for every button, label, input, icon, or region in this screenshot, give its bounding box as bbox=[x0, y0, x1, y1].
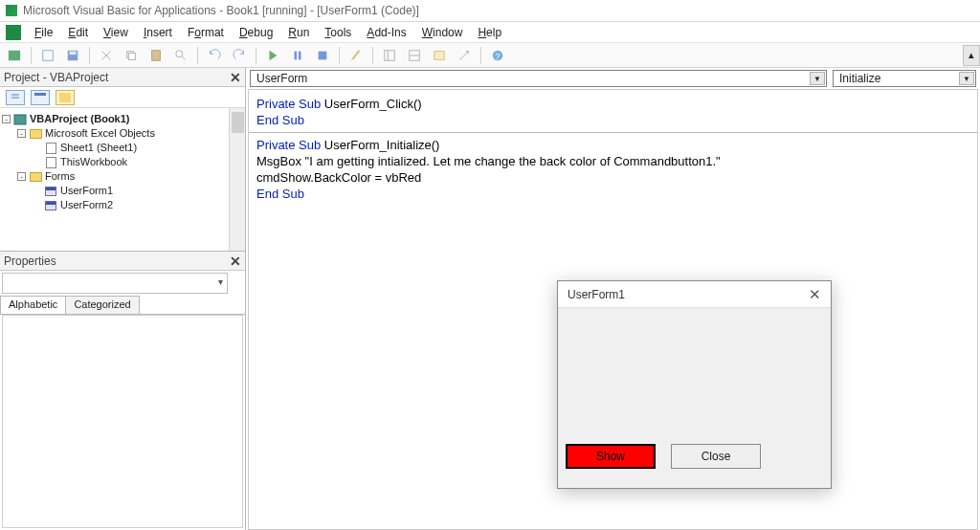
paste-button[interactable] bbox=[145, 46, 167, 65]
tree-excel-folder-label: Microsoft Excel Objects bbox=[45, 126, 155, 141]
userform-window[interactable]: UserForm1 ✕ Show Close bbox=[557, 280, 832, 489]
tree-userform1-label: UserForm1 bbox=[60, 184, 113, 198]
form-icon bbox=[45, 187, 56, 196]
project-tree[interactable]: - VBAProject (Book1) - Microsoft Excel O… bbox=[0, 108, 245, 252]
view-excel-button[interactable] bbox=[4, 46, 25, 65]
svg-text:?: ? bbox=[496, 51, 501, 60]
tab-categorized[interactable]: Categorized bbox=[65, 296, 139, 314]
view-code-button[interactable] bbox=[6, 90, 25, 105]
toolbar: ? ▴ bbox=[0, 43, 980, 68]
undo-button[interactable] bbox=[204, 46, 225, 65]
menu-help[interactable]: Help bbox=[470, 23, 509, 42]
menu-view[interactable]: View bbox=[96, 23, 136, 42]
svg-rect-15 bbox=[434, 51, 445, 59]
code-combo-row: UserForm ▼ Initialize ▼ bbox=[246, 68, 980, 89]
svg-rect-9 bbox=[299, 51, 301, 59]
svg-rect-1 bbox=[43, 50, 54, 60]
svg-rect-6 bbox=[152, 50, 161, 60]
find-button[interactable] bbox=[170, 46, 191, 65]
tree-thisworkbook[interactable]: ThisWorkbook bbox=[33, 155, 243, 169]
project-tree-scrollbar[interactable] bbox=[229, 108, 245, 251]
tree-sheet1[interactable]: Sheet1 (Sheet1) bbox=[33, 141, 243, 155]
menu-window[interactable]: Window bbox=[414, 23, 471, 42]
properties-panel-header: Properties ✕ bbox=[0, 252, 245, 271]
chevron-down-icon[interactable]: ▼ bbox=[810, 72, 825, 85]
reset-button[interactable] bbox=[312, 46, 333, 65]
project-panel-close-icon[interactable]: ✕ bbox=[230, 70, 241, 85]
collapse-icon[interactable]: - bbox=[2, 115, 11, 123]
tab-alphabetic[interactable]: Alphabetic bbox=[0, 296, 66, 314]
menu-insert[interactable]: Insert bbox=[136, 23, 180, 42]
svg-rect-0 bbox=[9, 50, 20, 60]
code-line[interactable]: End Sub bbox=[256, 186, 969, 202]
menu-format[interactable]: Format bbox=[180, 23, 232, 42]
menu-add-ins[interactable]: Add-Ins bbox=[359, 23, 413, 42]
procedure-combo-value: Initialize bbox=[839, 72, 880, 85]
tree-forms-folder[interactable]: - Forms bbox=[17, 169, 243, 184]
collapse-icon[interactable]: - bbox=[17, 129, 26, 138]
save-button[interactable] bbox=[62, 46, 83, 65]
form-icon bbox=[45, 201, 56, 210]
properties-object-combo[interactable] bbox=[2, 273, 228, 294]
tree-excel-folder[interactable]: - Microsoft Excel Objects bbox=[17, 126, 243, 141]
project-panel-header: Project - VBAProject ✕ bbox=[0, 68, 245, 87]
code-line[interactable]: MsgBox "I am getting intialized. Let me … bbox=[256, 153, 969, 169]
properties-panel: Properties ✕ Alphabetic Categorized bbox=[0, 252, 245, 530]
svg-rect-23 bbox=[59, 93, 71, 102]
collapse-icon[interactable]: - bbox=[17, 172, 26, 181]
code-line[interactable]: End Sub bbox=[256, 112, 969, 128]
break-button[interactable] bbox=[287, 46, 308, 65]
main-area: Project - VBAProject ✕ - VBAProject (Boo… bbox=[0, 68, 980, 530]
menu-file[interactable]: File bbox=[27, 23, 60, 42]
tree-userform2[interactable]: UserForm2 bbox=[33, 198, 243, 212]
properties-panel-close-icon[interactable]: ✕ bbox=[230, 254, 241, 269]
project-icon bbox=[13, 114, 27, 125]
userform-title: UserForm1 bbox=[568, 288, 625, 301]
menu-edit[interactable]: Edit bbox=[60, 23, 96, 42]
view-object-button[interactable] bbox=[31, 90, 50, 105]
tree-userform2-label: UserForm2 bbox=[60, 198, 113, 212]
project-explorer-button[interactable] bbox=[379, 46, 400, 65]
help-button[interactable]: ? bbox=[487, 46, 508, 65]
menu-debug[interactable]: Debug bbox=[232, 23, 280, 42]
workbook-icon bbox=[46, 157, 56, 168]
toolbar-scroll-up[interactable]: ▴ bbox=[963, 45, 980, 66]
folder-icon bbox=[30, 129, 42, 139]
chevron-down-icon[interactable]: ▼ bbox=[959, 72, 974, 85]
code-line[interactable]: cmdShow.BackColor = vbRed bbox=[256, 169, 969, 186]
toggle-folders-button[interactable] bbox=[56, 90, 75, 105]
tree-forms-folder-label: Forms bbox=[45, 169, 75, 184]
excel-icon[interactable] bbox=[6, 25, 21, 40]
properties-panel-title: Properties bbox=[4, 254, 56, 268]
design-mode-button[interactable] bbox=[345, 46, 367, 65]
object-combo[interactable]: UserForm ▼ bbox=[250, 70, 827, 87]
menu-bar: FileEditViewInsertFormatDebugRunToolsAdd… bbox=[0, 22, 980, 43]
tree-userform1[interactable]: UserForm1 bbox=[33, 184, 243, 198]
run-button[interactable] bbox=[262, 46, 283, 65]
cut-button[interactable] bbox=[96, 46, 117, 65]
redo-button[interactable] bbox=[229, 46, 250, 65]
toolbox-button[interactable] bbox=[454, 46, 475, 65]
procedure-combo[interactable]: Initialize ▼ bbox=[833, 70, 976, 87]
menu-run[interactable]: Run bbox=[280, 23, 317, 42]
code-line[interactable]: Private Sub UserForm_Initialize() bbox=[256, 137, 969, 153]
copy-button[interactable] bbox=[121, 46, 142, 65]
insert-userform-button[interactable] bbox=[37, 46, 58, 65]
properties-grid[interactable] bbox=[2, 315, 243, 528]
object-browser-button[interactable] bbox=[429, 46, 450, 65]
show-button[interactable]: Show bbox=[566, 444, 656, 469]
tree-root-label: VBAProject (Book1) bbox=[30, 112, 130, 126]
project-toolbar bbox=[0, 87, 245, 108]
properties-tabs: Alphabetic Categorized bbox=[0, 296, 245, 315]
userform-titlebar[interactable]: UserForm1 ✕ bbox=[558, 281, 831, 308]
tree-root[interactable]: - VBAProject (Book1) bbox=[2, 112, 243, 126]
code-line[interactable]: Private Sub UserForm_Click() bbox=[256, 96, 969, 112]
menu-tools[interactable]: Tools bbox=[317, 23, 359, 42]
userform-body: Show Close bbox=[558, 308, 831, 488]
object-combo-value: UserForm bbox=[256, 72, 307, 85]
close-icon[interactable]: ✕ bbox=[809, 286, 821, 303]
project-panel-title: Project - VBAProject bbox=[4, 71, 108, 84]
properties-window-button[interactable] bbox=[404, 46, 425, 65]
close-button[interactable]: Close bbox=[671, 444, 761, 469]
tree-thisworkbook-label: ThisWorkbook bbox=[60, 155, 127, 169]
